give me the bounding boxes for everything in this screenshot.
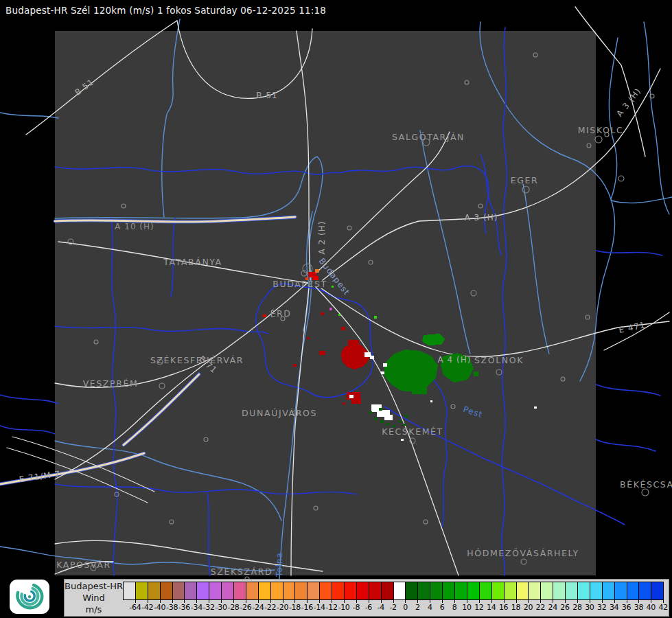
scale-tick-label: -38 — [160, 600, 172, 614]
scale-cell — [553, 582, 566, 599]
road-label-e471: E 471 — [618, 320, 646, 335]
scale-tick-label: 10 — [454, 600, 467, 614]
color-scale-cells — [123, 582, 664, 600]
map-title: Budapest-HR Szél 120km (m/s) 1 fokos Sat… — [5, 5, 326, 16]
storm-spiral-icon — [10, 580, 49, 614]
scale-tick-label: 40 — [638, 600, 651, 614]
scale-tick-label: -4 — [369, 600, 381, 614]
scale-cell — [357, 582, 369, 599]
scale-tick-label: 0 — [393, 600, 406, 614]
scale-tick-label: -24 — [246, 600, 258, 614]
scale-cell — [406, 582, 418, 599]
scale-cell — [517, 582, 529, 599]
scale-tick-label: -10 — [332, 600, 344, 614]
scale-cell — [578, 582, 590, 599]
city-label-veszprem: VESZPRÉM — [83, 378, 139, 389]
city-label-hodmezovasarhely: HÓDMEZŐVÁSÁRHELY — [467, 548, 579, 558]
scale-cell — [627, 582, 640, 599]
scale-tick-label: -32 — [196, 600, 209, 614]
scale-cell — [382, 582, 394, 599]
scale-tick-label: 6 — [430, 600, 442, 614]
scale-tick-label: -34 — [184, 600, 196, 614]
city-label-dunaujvaros: DUNAÚJVÁROS — [242, 408, 317, 418]
scale-tick-label: 24 — [540, 600, 553, 614]
radar-map-app: Budapest-HR Szél 120km (m/s) 1 fokos Sat… — [0, 0, 672, 618]
road-label-a3: A 3 (H) — [465, 213, 498, 222]
radar-coverage-area — [55, 31, 596, 575]
scale-cell — [566, 582, 578, 599]
scale-tick-label: 18 — [504, 600, 516, 614]
scale-cell — [320, 582, 332, 599]
scale-tick-label: 2 — [405, 600, 417, 614]
scale-cell — [259, 582, 271, 599]
scale-tick-label: 28 — [565, 600, 577, 614]
scale-tick-label: -6 — [356, 600, 369, 614]
scale-tick-label: -28 — [221, 600, 233, 614]
legend-unit: m/s — [65, 604, 123, 615]
legend-parameter: Wind — [65, 592, 123, 604]
scale-cell — [615, 582, 627, 599]
scale-tick-label: -36 — [172, 600, 185, 614]
scale-cell — [332, 582, 345, 599]
scale-tick-label: -8 — [344, 600, 356, 614]
scale-tick-label: -64 — [123, 600, 135, 614]
scale-cell — [529, 582, 541, 599]
scale-cell — [492, 582, 505, 599]
road-label-b51: B 51 — [256, 91, 277, 100]
river-label-tolna: Tolna — [275, 552, 284, 577]
city-label-kaposvar: KAPOSVÁR — [56, 560, 111, 570]
scale-tick-label: -14 — [307, 600, 319, 614]
scale-cell — [639, 582, 651, 599]
scale-tick-label: -12 — [319, 600, 332, 614]
scale-cell — [651, 582, 663, 599]
legend-product: Budapest-HR — [65, 580, 123, 592]
scale-tick-label: -16 — [294, 600, 307, 614]
scale-cell — [505, 582, 517, 599]
scale-tick-label: 32 — [590, 600, 602, 614]
scale-cell — [345, 582, 357, 599]
scale-cell — [603, 582, 615, 599]
scale-cell — [443, 582, 455, 599]
city-label-szolnok: SZOLNOK — [474, 355, 524, 365]
scale-cell — [148, 582, 161, 599]
scale-cell — [173, 582, 185, 599]
city-label-tatabanya: TATABÁNYA — [163, 257, 222, 267]
legend-title: Budapest-HR Wind m/s — [65, 580, 123, 615]
scale-tick-label: 16 — [491, 600, 504, 614]
scale-cell — [124, 582, 136, 599]
color-scale-labels: -64-42-40-38-36-34-32-30-28-26-24-22-20-… — [123, 600, 663, 614]
city-label-budapest: BUDAPEST — [273, 279, 327, 289]
scale-tick-label: -20 — [270, 600, 283, 614]
scale-cell — [246, 582, 259, 599]
city-label-bekescsaba: BÉKÉSCSABA — [620, 479, 672, 490]
city-label-miskolc: MISKOLC — [578, 125, 624, 135]
scale-tick-label: -22 — [258, 600, 270, 614]
road-label-a2: A 2 (H) — [317, 221, 327, 255]
scale-tick-label: 38 — [627, 600, 639, 614]
scale-cell — [185, 582, 197, 599]
city-label-eger: EGER — [511, 175, 539, 185]
scale-tick-label: -40 — [148, 600, 160, 614]
scale-tick-label: 34 — [602, 600, 614, 614]
scale-cell — [283, 582, 296, 599]
scale-cell — [590, 582, 603, 599]
scale-cell — [394, 582, 406, 599]
scale-tick-label: 26 — [553, 600, 565, 614]
legend-panel: Budapest-HR Wind m/s -64-42-40-38-36-34-… — [64, 579, 669, 617]
city-label-erd: ÉRD — [270, 308, 291, 319]
scale-cell — [161, 582, 173, 599]
scale-tick-label: -18 — [283, 600, 295, 614]
scale-cell — [271, 582, 283, 599]
scale-tick-label: 30 — [577, 600, 590, 614]
scale-tick-label: 8 — [442, 600, 454, 614]
scale-cell — [430, 582, 443, 599]
app-logo — [10, 580, 49, 614]
scale-tick-label: 36 — [614, 600, 627, 614]
scale-tick-label: 42 — [651, 600, 663, 614]
scale-cell — [136, 582, 148, 599]
scale-tick-label: -30 — [209, 600, 221, 614]
scale-tick-label: -2 — [381, 600, 393, 614]
scale-tick-label: 14 — [479, 600, 491, 614]
scale-cell — [222, 582, 234, 599]
scale-cell — [369, 582, 382, 599]
